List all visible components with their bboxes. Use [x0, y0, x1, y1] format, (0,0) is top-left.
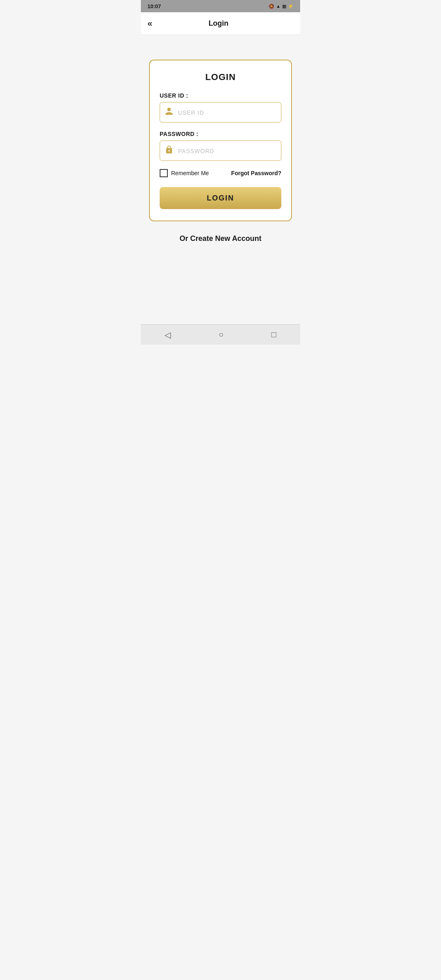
user-id-input[interactable] — [160, 102, 281, 122]
back-button[interactable]: « — [147, 18, 152, 29]
password-wrapper — [160, 140, 281, 161]
status-icons: 🔕 ▲ ▩ ⚡ — [269, 4, 294, 9]
main-content: LOGIN USER ID : PASSWORD : — [141, 35, 300, 324]
remember-me-checkbox[interactable] — [160, 169, 168, 177]
user-id-wrapper — [160, 102, 281, 122]
password-input[interactable] — [160, 140, 281, 161]
login-button[interactable]: LOGIN — [160, 187, 281, 209]
user-id-label: USER ID : — [160, 92, 281, 99]
options-row: Remember Me Forgot Password? — [160, 169, 281, 177]
user-icon — [165, 107, 174, 118]
remember-me-container[interactable]: Remember Me — [160, 169, 209, 177]
card-title: LOGIN — [160, 72, 281, 82]
notification-icon: 🔕 — [269, 4, 274, 9]
bottom-nav: ◁ ○ □ — [141, 324, 300, 345]
login-card: LOGIN USER ID : PASSWORD : — [149, 60, 292, 221]
password-label: PASSWORD : — [160, 131, 281, 137]
status-bar: 10:07 🔕 ▲ ▩ ⚡ — [141, 0, 300, 12]
page-title: Login — [156, 19, 281, 28]
create-account-link[interactable]: Or Create New Account — [180, 234, 261, 243]
home-nav-icon[interactable]: ○ — [218, 330, 223, 339]
remember-me-label: Remember Me — [171, 170, 209, 176]
recent-nav-icon[interactable]: □ — [271, 330, 276, 339]
header: « Login — [141, 12, 300, 35]
wifi-icon: ▲ — [276, 4, 281, 9]
signal-icon: ▩ — [282, 4, 286, 9]
back-nav-icon[interactable]: ◁ — [165, 330, 171, 340]
battery-icon: ⚡ — [288, 4, 294, 9]
status-time: 10:07 — [147, 3, 161, 9]
lock-icon — [165, 145, 174, 156]
forgot-password-link[interactable]: Forgot Password? — [231, 170, 281, 176]
